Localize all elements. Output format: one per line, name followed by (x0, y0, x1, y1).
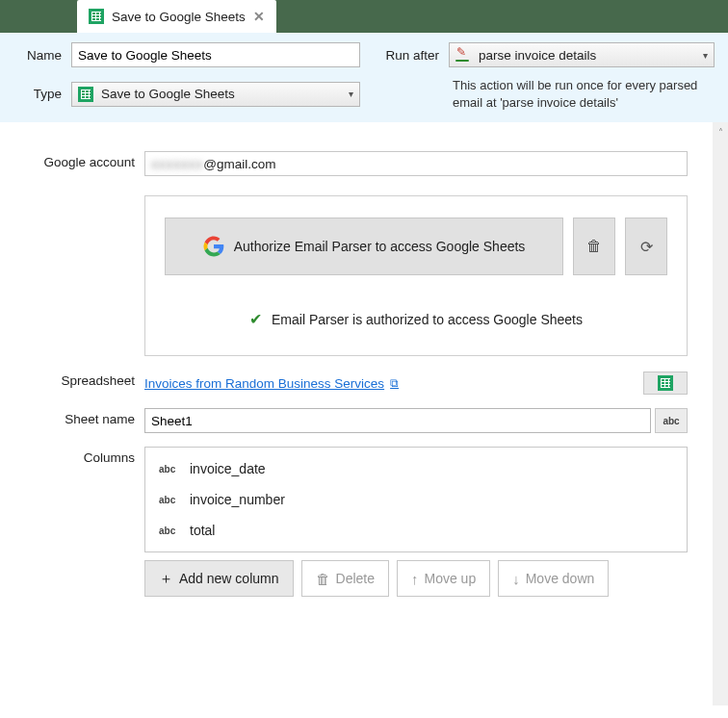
tab-title: Save to Google Sheets (112, 10, 246, 24)
account-suffix: @gmail.com (203, 157, 275, 171)
auth-status-text: Email Parser is authorized to access Goo… (272, 312, 583, 327)
field-type-icon: abc (159, 464, 180, 474)
delete-column-label: Delete (336, 571, 375, 586)
add-column-label: Add new column (179, 571, 279, 586)
field-type-icon: abc (159, 495, 180, 505)
plus-icon: ＋ (159, 570, 173, 588)
refresh-auth-button[interactable]: ⟳ (625, 218, 667, 275)
titlebar: Save to Google Sheets ✕ (0, 0, 728, 33)
spreadsheet-link-text: Invoices from Random Business Services (144, 376, 384, 391)
name-label: Name (13, 48, 62, 63)
chevron-down-icon: ▾ (703, 50, 708, 61)
delete-auth-button[interactable]: 🗑 (573, 218, 615, 275)
check-icon: ✔ (249, 310, 262, 328)
google-account-label: Google account (0, 151, 135, 169)
delete-column-button[interactable]: 🗑 Delete (301, 560, 389, 597)
type-value: Save to Google Sheets (101, 87, 235, 101)
account-username-redacted: xxxxxxx (151, 157, 203, 171)
auth-status: ✔ Email Parser is authorized to access G… (165, 310, 667, 328)
parse-icon (455, 47, 471, 63)
list-item[interactable]: abc total (145, 515, 687, 546)
list-item[interactable]: abc invoice_number (145, 484, 687, 515)
sheetname-label: Sheet name (0, 408, 135, 426)
arrow-down-icon: ↓ (512, 571, 520, 587)
name-input[interactable] (71, 42, 360, 67)
type-label: Type (13, 87, 62, 101)
google-sheets-icon (658, 375, 673, 391)
trash-icon: 🗑 (316, 571, 330, 587)
header-panel: Name Run after parse invoice details ▾ T… (0, 33, 728, 122)
authorize-button-label: Authorize Email Parser to access Google … (234, 239, 526, 254)
add-column-button[interactable]: ＋ Add new column (144, 560, 294, 597)
spreadsheet-link[interactable]: Invoices from Random Business Services ⧉ (144, 376, 399, 391)
google-account-input[interactable]: xxxxxxx @gmail.com (144, 151, 688, 176)
google-sheets-icon (78, 87, 93, 102)
google-logo-icon (203, 236, 224, 257)
moveup-column-label: Move up (424, 571, 476, 586)
runafter-select[interactable]: parse invoice details ▾ (449, 42, 715, 67)
runafter-value: parse invoice details (479, 48, 596, 63)
runafter-label: Run after (370, 48, 439, 63)
vertical-scrollbar[interactable]: ˄ (713, 122, 728, 705)
list-item[interactable]: abc invoice_date (145, 453, 687, 484)
authorize-button[interactable]: Authorize Email Parser to access Google … (165, 218, 563, 275)
refresh-icon: ⟳ (640, 238, 653, 256)
movedown-column-label: Move down (526, 571, 595, 586)
type-select[interactable]: Save to Google Sheets ▾ (71, 82, 360, 107)
runafter-help: This action will be run once for every p… (449, 77, 715, 111)
spreadsheet-label: Spreadsheet (0, 370, 135, 388)
close-icon[interactable]: ✕ (253, 9, 265, 24)
sheetname-field-picker[interactable]: abc (655, 408, 688, 433)
columns-label: Columns (0, 447, 135, 465)
select-spreadsheet-button[interactable] (643, 372, 688, 395)
auth-panel: Authorize Email Parser to access Google … (144, 195, 688, 356)
movedown-column-button[interactable]: ↓ Move down (498, 560, 609, 597)
field-type-icon: abc (159, 526, 180, 536)
trash-icon: 🗑 (586, 238, 602, 255)
sheetname-input[interactable] (144, 408, 651, 433)
column-name: invoice_date (190, 461, 266, 476)
external-link-icon: ⧉ (390, 376, 399, 390)
active-tab[interactable]: Save to Google Sheets ✕ (77, 0, 276, 33)
scroll-up-icon[interactable]: ˄ (713, 122, 728, 141)
chevron-down-icon: ▾ (349, 89, 353, 99)
arrow-up-icon: ↑ (411, 571, 419, 587)
column-name: total (190, 523, 215, 538)
moveup-column-button[interactable]: ↑ Move up (397, 560, 490, 597)
column-name: invoice_number (190, 492, 285, 507)
google-sheets-icon (89, 9, 104, 24)
columns-list[interactable]: abc invoice_date abc invoice_number abc … (144, 447, 688, 552)
